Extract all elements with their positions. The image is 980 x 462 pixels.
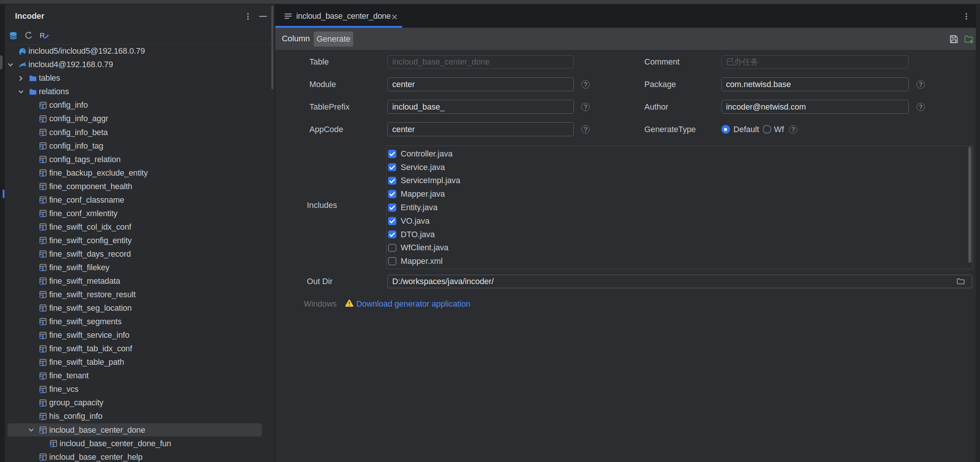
include-option-DTO.java[interactable]: DTO.java — [388, 228, 434, 241]
radio-wf-label: Wf — [774, 124, 784, 135]
tree-item-incloud_base_center_done[interactable]: incloud_base_center_done — [5, 423, 274, 437]
module-help-icon[interactable]: ? — [581, 80, 590, 89]
tree-item-fine_swift_tab_idx_conf[interactable]: fine_swift_tab_idx_conf — [5, 342, 274, 355]
generate-tab-button[interactable]: Generate — [314, 32, 353, 46]
tree-item-group_capacity[interactable]: group_capacity — [5, 396, 274, 409]
include-option-Entity.java[interactable]: Entity.java — [388, 201, 437, 214]
tree-item-config_info_aggr[interactable]: config_info_aggr — [5, 112, 274, 125]
author-input[interactable] — [721, 100, 909, 114]
tree-item-label: config_tags_relation — [49, 153, 121, 166]
tree-item-fine_conf_xmlentity[interactable]: fine_conf_xmlentity — [5, 207, 274, 220]
author-help-icon[interactable]: ? — [916, 103, 925, 111]
tab-close-icon[interactable] — [391, 13, 398, 19]
table-icon — [39, 250, 47, 258]
tree-item-fine_swift_service_info[interactable]: fine_swift_service_info — [5, 328, 274, 342]
checkbox-unchecked[interactable] — [388, 244, 396, 252]
module-input[interactable] — [387, 77, 574, 91]
tree-item-incloud4@192.168.0.79[interactable]: incloud4@192.168.0.79 — [5, 58, 274, 71]
column-tab-button[interactable]: Column — [282, 28, 310, 49]
include-option-Service.java[interactable]: Service.java — [388, 161, 445, 174]
tree-item-label: incloud5/incloud5@192.168.0.79 — [29, 44, 145, 58]
tree-item-fine_swift_config_entity[interactable]: fine_swift_config_entity — [5, 234, 274, 247]
tree-item-fine_swift_days_record[interactable]: fine_swift_days_record — [5, 247, 274, 261]
tree-item-incloud5/incloud5@192.168.0.79[interactable]: incloud5/incloud5@192.168.0.79 — [5, 44, 274, 58]
include-option-Mapper.java[interactable]: Mapper.java — [388, 187, 445, 201]
comment-label: Comment — [644, 56, 680, 68]
outdir-browse-folder-icon[interactable] — [956, 277, 965, 285]
tree-item-relations[interactable]: relations — [5, 85, 274, 98]
checkbox-checked[interactable] — [388, 204, 396, 212]
tree-item-fine_vcs[interactable]: fine_vcs — [5, 382, 274, 396]
generatetype-help-icon[interactable]: ? — [789, 125, 797, 134]
package-help-icon[interactable]: ? — [916, 80, 925, 89]
tab-incloud-base-center-done[interactable]: incloud_base_center_done — [275, 5, 403, 28]
appcode-help-icon[interactable]: ? — [581, 125, 590, 134]
download-generator-link[interactable]: Download generator application — [356, 298, 470, 310]
tree-item-fine_swift_filekey[interactable]: fine_swift_filekey — [5, 261, 274, 274]
checkbox-checked[interactable] — [388, 231, 396, 239]
checkbox-checked[interactable] — [388, 177, 396, 185]
tab-options-icon[interactable] — [962, 12, 970, 21]
table-input[interactable] — [387, 55, 574, 69]
tree-item-fine_swift_seg_location[interactable]: fine_swift_seg_location — [5, 301, 274, 315]
table-icon — [39, 236, 47, 245]
tree-item-config_info_tag[interactable]: config_info_tag — [5, 139, 274, 153]
tree-item-label: fine_component_health — [49, 180, 132, 193]
tree-item-fine_swift_col_idx_conf[interactable]: fine_swift_col_idx_conf — [5, 220, 274, 234]
tree-item-tables[interactable]: tables — [5, 71, 274, 85]
window-top-strip — [0, 0, 980, 5]
save-icon[interactable] — [949, 34, 959, 44]
tree-item-fine_backup_exclude_entity[interactable]: fine_backup_exclude_entity — [5, 166, 274, 180]
include-option-ServiceImpl.java[interactable]: ServiceImpl.java — [388, 174, 460, 188]
more-options-icon[interactable] — [243, 12, 252, 21]
tree-item-fine_conf_classname[interactable]: fine_conf_classname — [5, 193, 274, 207]
tree-item-his_config_info[interactable]: his_config_info — [5, 409, 274, 423]
checkbox-unchecked[interactable] — [388, 257, 396, 265]
tree-item-fine_swift_metadata[interactable]: fine_swift_metadata — [5, 274, 274, 288]
tableprefix-input[interactable] — [387, 100, 574, 114]
stripe-notch[interactable] — [0, 55, 3, 70]
tool-window-toolbar: R — [5, 27, 274, 45]
generate-folder-icon[interactable] — [964, 34, 974, 44]
chevron-down-icon[interactable] — [17, 88, 25, 96]
include-option-Controller.java[interactable]: Controller.java — [388, 147, 453, 161]
minimize-icon[interactable] — [259, 12, 267, 21]
chevron-down-icon[interactable] — [27, 426, 35, 434]
tableprefix-help-icon[interactable]: ? — [581, 103, 590, 111]
radio-wf[interactable] — [763, 125, 771, 134]
table-icon — [39, 452, 47, 461]
comment-input[interactable] — [721, 55, 909, 69]
tree-item-fine_tenant[interactable]: fine_tenant — [5, 369, 274, 382]
tree-item-incloud_base_center_help[interactable]: incloud_base_center_help — [5, 450, 274, 462]
checkbox-checked[interactable] — [388, 190, 396, 198]
rename-icon[interactable]: R — [40, 31, 49, 41]
refresh-icon[interactable] — [24, 31, 34, 41]
appcode-input[interactable] — [387, 122, 574, 136]
tree-item-config_tags_relation[interactable]: config_tags_relation — [5, 153, 274, 166]
checkbox-checked[interactable] — [388, 163, 396, 172]
outdir-input[interactable] — [387, 275, 972, 288]
checkbox-checked[interactable] — [388, 150, 396, 158]
checkbox-checked[interactable] — [388, 217, 396, 225]
tree-item-fine_swift_restore_result[interactable]: fine_swift_restore_result — [5, 288, 274, 301]
svg-text:R: R — [40, 32, 45, 40]
include-option-VO.java[interactable]: VO.java — [388, 214, 430, 228]
tree-scrollbar[interactable] — [271, 6, 273, 89]
database-icon[interactable] — [8, 31, 18, 41]
tree-item-label: fine_swift_filekey — [49, 261, 109, 274]
tree-item-fine_swift_table_path[interactable]: fine_swift_table_path — [5, 355, 274, 369]
include-option-WfClient.java[interactable]: WfClient.java — [388, 241, 449, 255]
tree-item-fine_component_health[interactable]: fine_component_health — [5, 180, 274, 193]
chevron-right-icon[interactable] — [17, 75, 25, 82]
module-label: Module — [309, 79, 336, 90]
includes-scrollbar[interactable] — [968, 147, 971, 262]
include-option-Mapper.xml[interactable]: Mapper.xml — [388, 255, 442, 268]
tree-item-fine_swift_segments[interactable]: fine_swift_segments — [5, 315, 274, 328]
package-input[interactable] — [721, 77, 909, 91]
chevron-down-icon[interactable] — [7, 61, 14, 69]
radio-default[interactable] — [721, 125, 730, 134]
tree-item-config_info_beta[interactable]: config_info_beta — [5, 126, 274, 139]
tree-item-config_info[interactable]: config_info — [5, 98, 274, 112]
table-icon — [39, 128, 47, 137]
tree-item-incloud_base_center_done_fun[interactable]: incloud_base_center_done_fun — [5, 437, 274, 450]
